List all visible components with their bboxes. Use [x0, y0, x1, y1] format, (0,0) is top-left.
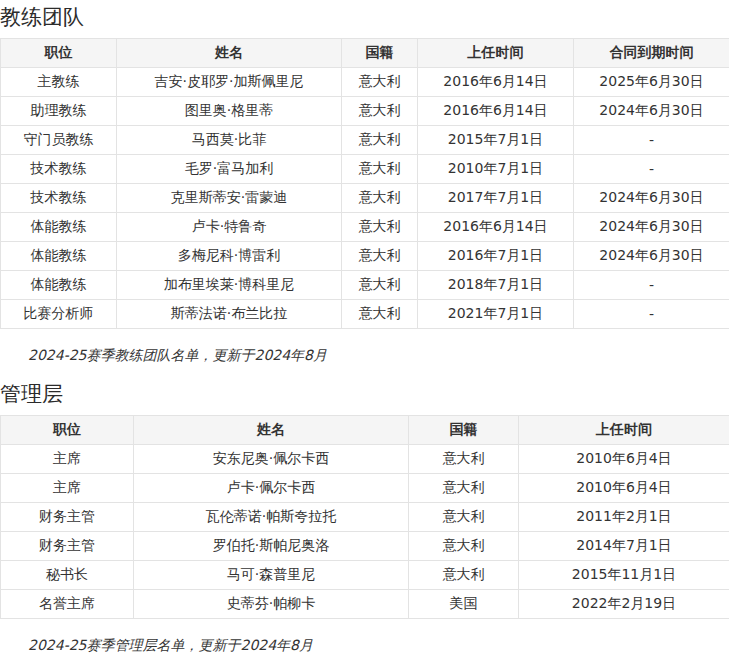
- table-row: 比赛分析师斯蒂法诺·布兰比拉意大利2021年7月1日-: [1, 300, 729, 329]
- table-cell: 体能教练: [1, 242, 117, 271]
- table-row: 守门员教练马西莫·比菲意大利2015年7月1日-: [1, 126, 729, 155]
- table-cell: 主席: [1, 474, 134, 503]
- table-cell: 意大利: [342, 97, 418, 126]
- table-cell: 2010年6月4日: [519, 474, 729, 503]
- table-cell: -: [574, 271, 729, 300]
- column-header: 职位: [1, 416, 134, 445]
- table-cell: 2024年6月30日: [574, 213, 729, 242]
- table-cell: 2025年6月30日: [574, 68, 729, 97]
- table-cell: 意大利: [342, 126, 418, 155]
- table-cell: 马可·森普里尼: [134, 561, 409, 590]
- table-cell: 意大利: [409, 445, 519, 474]
- table-cell: 克里斯蒂安·雷蒙迪: [117, 184, 342, 213]
- table-cell: 马西莫·比菲: [117, 126, 342, 155]
- table-row: 名誉主席史蒂芬·帕柳卡美国2022年2月19日: [1, 590, 729, 619]
- section-title-management: 管理层: [0, 382, 729, 406]
- table-row: 主教练吉安·皮耶罗·加斯佩里尼意大利2016年6月14日2025年6月30日: [1, 68, 729, 97]
- table-cell: 2024年6月30日: [574, 184, 729, 213]
- table-cell: 2017年7月1日: [418, 184, 574, 213]
- table-cell: 史蒂芬·帕柳卡: [134, 590, 409, 619]
- table-cell: 意大利: [342, 300, 418, 329]
- table-cell: -: [574, 300, 729, 329]
- column-header: 姓名: [117, 39, 342, 68]
- table-cell: 意大利: [409, 474, 519, 503]
- table-cell: 图里奥·格里蒂: [117, 97, 342, 126]
- table-row: 主席安东尼奥·佩尔卡西意大利2010年6月4日: [1, 445, 729, 474]
- table-cell: 主席: [1, 445, 134, 474]
- table-cell: 意大利: [409, 532, 519, 561]
- table-cell: 2015年11月1日: [519, 561, 729, 590]
- table-cell: 2010年6月4日: [519, 445, 729, 474]
- table-cell: 多梅尼科·博雷利: [117, 242, 342, 271]
- table-cell: 吉安·皮耶罗·加斯佩里尼: [117, 68, 342, 97]
- table-cell: 2016年6月14日: [418, 213, 574, 242]
- table-cell: 意大利: [342, 242, 418, 271]
- table-cell: 斯蒂法诺·布兰比拉: [117, 300, 342, 329]
- table-row: 秘书长马可·森普里尼意大利2015年11月1日: [1, 561, 729, 590]
- column-header: 姓名: [134, 416, 409, 445]
- table-cell: 助理教练: [1, 97, 117, 126]
- table-cell: 名誉主席: [1, 590, 134, 619]
- table-row: 体能教练卢卡·特鲁奇意大利2016年6月14日2024年6月30日: [1, 213, 729, 242]
- management-table-caption: 2024-25赛季管理层名单，更新于2024年8月: [0, 637, 729, 653]
- table-cell: 主教练: [1, 68, 117, 97]
- table-cell: 意大利: [409, 503, 519, 532]
- column-header: 上任时间: [519, 416, 729, 445]
- management-table: 职位姓名国籍上任时间主席安东尼奥·佩尔卡西意大利2010年6月4日主席卢卡·佩尔…: [0, 415, 729, 619]
- table-cell: -: [574, 126, 729, 155]
- table-cell: 2016年6月14日: [418, 68, 574, 97]
- table-cell: 毛罗·富马加利: [117, 155, 342, 184]
- table-cell: 加布里埃莱·博科里尼: [117, 271, 342, 300]
- table-cell: 意大利: [342, 184, 418, 213]
- table-row: 主席卢卡·佩尔卡西意大利2010年6月4日: [1, 474, 729, 503]
- table-cell: 技术教练: [1, 184, 117, 213]
- table-row: 技术教练毛罗·富马加利意大利2010年7月1日-: [1, 155, 729, 184]
- table-cell: 比赛分析师: [1, 300, 117, 329]
- table-cell: 意大利: [342, 213, 418, 242]
- table-cell: 意大利: [409, 561, 519, 590]
- table-cell: -: [574, 155, 729, 184]
- table-cell: 2018年7月1日: [418, 271, 574, 300]
- table-cell: 守门员教练: [1, 126, 117, 155]
- table-cell: 罗伯托·斯帕尼奥洛: [134, 532, 409, 561]
- table-cell: 意大利: [342, 155, 418, 184]
- table-cell: 2010年7月1日: [418, 155, 574, 184]
- table-cell: 安东尼奥·佩尔卡西: [134, 445, 409, 474]
- coaching-table: 职位姓名国籍上任时间合同到期时间主教练吉安·皮耶罗·加斯佩里尼意大利2016年6…: [0, 38, 729, 329]
- table-cell: 技术教练: [1, 155, 117, 184]
- table-row: 助理教练图里奥·格里蒂意大利2016年6月14日2024年6月30日: [1, 97, 729, 126]
- table-cell: 2022年2月19日: [519, 590, 729, 619]
- table-cell: 2015年7月1日: [418, 126, 574, 155]
- table-cell: 财务主管: [1, 532, 134, 561]
- coaching-table-caption: 2024-25赛季教练团队名单，更新于2024年8月: [0, 347, 729, 363]
- header-row: 职位姓名国籍上任时间: [1, 416, 729, 445]
- table-cell: 2021年7月1日: [418, 300, 574, 329]
- column-header: 职位: [1, 39, 117, 68]
- section-title-coaching: 教练团队: [0, 5, 729, 29]
- table-cell: 2016年7月1日: [418, 242, 574, 271]
- table-cell: 意大利: [342, 68, 418, 97]
- header-row: 职位姓名国籍上任时间合同到期时间: [1, 39, 729, 68]
- table-cell: 美国: [409, 590, 519, 619]
- table-row: 技术教练克里斯蒂安·雷蒙迪意大利2017年7月1日2024年6月30日: [1, 184, 729, 213]
- table-cell: 卢卡·特鲁奇: [117, 213, 342, 242]
- table-cell: 财务主管: [1, 503, 134, 532]
- table-cell: 瓦伦蒂诺·帕斯夸拉托: [134, 503, 409, 532]
- table-cell: 2024年6月30日: [574, 242, 729, 271]
- column-header: 上任时间: [418, 39, 574, 68]
- table-cell: 体能教练: [1, 271, 117, 300]
- table-row: 财务主管罗伯托·斯帕尼奥洛意大利2014年7月1日: [1, 532, 729, 561]
- table-cell: 2011年2月1日: [519, 503, 729, 532]
- table-cell: 卢卡·佩尔卡西: [134, 474, 409, 503]
- table-row: 体能教练多梅尼科·博雷利意大利2016年7月1日2024年6月30日: [1, 242, 729, 271]
- table-row: 体能教练加布里埃莱·博科里尼意大利2018年7月1日-: [1, 271, 729, 300]
- table-cell: 2014年7月1日: [519, 532, 729, 561]
- table-cell: 意大利: [342, 271, 418, 300]
- column-header: 国籍: [342, 39, 418, 68]
- column-header: 合同到期时间: [574, 39, 729, 68]
- table-row: 财务主管瓦伦蒂诺·帕斯夸拉托意大利2011年2月1日: [1, 503, 729, 532]
- column-header: 国籍: [409, 416, 519, 445]
- table-cell: 秘书长: [1, 561, 134, 590]
- table-cell: 体能教练: [1, 213, 117, 242]
- table-cell: 2024年6月30日: [574, 97, 729, 126]
